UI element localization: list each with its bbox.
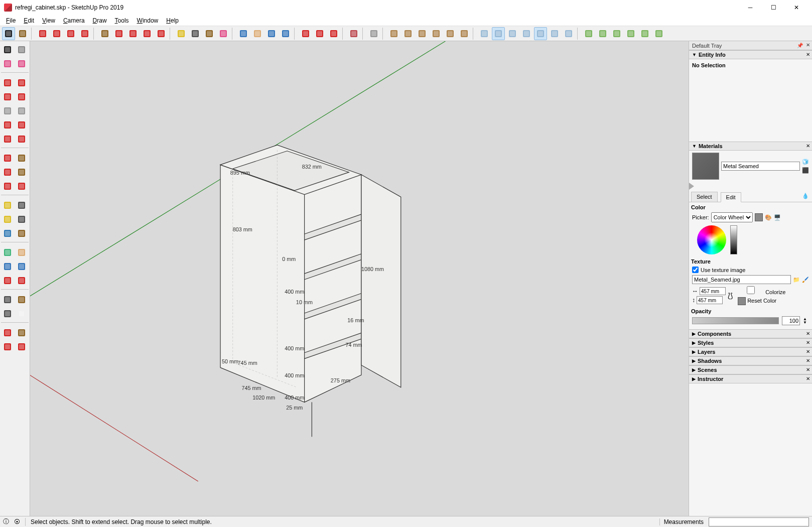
opacity-input[interactable] bbox=[782, 316, 800, 325]
top-button[interactable] bbox=[401, 27, 415, 40]
offset-button[interactable] bbox=[15, 180, 28, 193]
panel-scenes-header[interactable]: ▶Scenes✕ bbox=[689, 365, 812, 374]
use-texture-checkbox[interactable] bbox=[692, 267, 699, 273]
make-component-button[interactable] bbox=[16, 27, 29, 40]
texture-file-input[interactable] bbox=[692, 275, 791, 284]
pushpull-button[interactable] bbox=[15, 152, 28, 165]
paint-button[interactable] bbox=[203, 27, 216, 40]
panel-layers-header[interactable]: ▶Layers✕ bbox=[689, 347, 812, 356]
move-button[interactable] bbox=[1, 152, 14, 165]
reset-color-swatch[interactable] bbox=[738, 297, 746, 305]
iso-button[interactable] bbox=[387, 27, 400, 40]
protractor-button[interactable] bbox=[1, 213, 14, 226]
select-button[interactable] bbox=[1, 43, 14, 56]
menu-file[interactable]: File bbox=[2, 16, 20, 25]
picker-select[interactable]: Color Wheel bbox=[711, 212, 753, 222]
help-icon[interactable]: ⓘ bbox=[3, 517, 9, 526]
opacity-slider[interactable] bbox=[692, 317, 779, 324]
line-button[interactable] bbox=[36, 27, 49, 40]
section-fill-button[interactable] bbox=[624, 27, 637, 40]
share-button[interactable] bbox=[313, 27, 326, 40]
close-icon[interactable]: ✕ bbox=[806, 376, 810, 381]
polygon-button[interactable] bbox=[15, 104, 28, 117]
section-plane-button[interactable] bbox=[582, 27, 595, 40]
pie-button[interactable] bbox=[15, 133, 28, 146]
zoom-extents-button[interactable] bbox=[15, 274, 28, 287]
current-color-swatch[interactable] bbox=[755, 213, 763, 221]
section-button[interactable] bbox=[1, 246, 14, 259]
geo-icon[interactable]: ⦿ bbox=[14, 518, 20, 525]
panel-instructor-header[interactable]: ▶Instructor✕ bbox=[689, 374, 812, 383]
rotate-button[interactable] bbox=[1, 166, 14, 179]
eraser-button[interactable] bbox=[217, 27, 230, 40]
scale-button[interactable] bbox=[155, 27, 168, 40]
look-around-button[interactable] bbox=[15, 293, 28, 306]
zoom-button[interactable] bbox=[265, 27, 278, 40]
rectangle-button[interactable] bbox=[50, 27, 63, 40]
next-scene-button[interactable] bbox=[652, 27, 665, 40]
panel-entity-info-header[interactable]: ▼Entity Info ✕ bbox=[689, 50, 812, 59]
paint-button[interactable] bbox=[15, 57, 28, 70]
3dtext-button[interactable] bbox=[15, 227, 28, 240]
pan-button[interactable] bbox=[251, 27, 264, 40]
panel-styles-header[interactable]: ▶Styles✕ bbox=[689, 338, 812, 347]
freehand-button[interactable] bbox=[15, 76, 28, 89]
offset-button[interactable] bbox=[112, 27, 125, 40]
close-icon[interactable]: ✕ bbox=[806, 42, 810, 48]
front-button[interactable] bbox=[416, 27, 429, 40]
text-button[interactable] bbox=[189, 27, 202, 40]
sandbox2-button[interactable] bbox=[15, 326, 28, 339]
select-arrow-button[interactable] bbox=[2, 27, 15, 40]
edit-image-icon[interactable]: 🖌️ bbox=[802, 277, 809, 283]
sandbox3-button[interactable] bbox=[1, 340, 14, 353]
measurements-input[interactable] bbox=[709, 517, 809, 526]
line-button[interactable] bbox=[1, 76, 14, 89]
get-models-button[interactable] bbox=[299, 27, 312, 40]
shaded-button[interactable] bbox=[534, 27, 547, 40]
material-swatch[interactable] bbox=[692, 153, 719, 180]
material-name-input[interactable] bbox=[721, 162, 800, 171]
minimize-button[interactable]: ─ bbox=[739, 0, 762, 15]
zoom-extents-button[interactable] bbox=[279, 27, 292, 40]
section-cut-button[interactable] bbox=[610, 27, 623, 40]
close-icon[interactable]: ✕ bbox=[806, 358, 810, 363]
circle-button[interactable] bbox=[64, 27, 77, 40]
section-display-button[interactable] bbox=[596, 27, 609, 40]
maximize-button[interactable]: ☐ bbox=[762, 0, 785, 15]
close-icon[interactable]: ✕ bbox=[806, 331, 810, 336]
panel-shadows-header[interactable]: ▶Shadows✕ bbox=[689, 356, 812, 365]
texture-height-input[interactable] bbox=[697, 296, 723, 304]
extension-warehouse-button[interactable] bbox=[347, 27, 360, 40]
zoom-window-button[interactable] bbox=[1, 274, 14, 287]
tab-edit[interactable]: Edit bbox=[721, 192, 741, 202]
wireframe-button[interactable] bbox=[506, 27, 519, 40]
colorize-checkbox[interactable] bbox=[738, 286, 764, 294]
menu-draw[interactable]: Draw bbox=[89, 16, 111, 25]
arc-button[interactable] bbox=[1, 118, 14, 131]
move-button[interactable] bbox=[126, 27, 140, 40]
dropdown-arrow-icon[interactable] bbox=[689, 183, 694, 190]
close-icon[interactable]: ✕ bbox=[806, 52, 810, 57]
sandbox1-button[interactable] bbox=[1, 326, 14, 339]
opacity-spinner[interactable]: ▲▼ bbox=[803, 317, 809, 324]
chain-icon[interactable]: ⟅⟆ bbox=[728, 292, 733, 300]
close-icon[interactable]: ✕ bbox=[806, 367, 810, 372]
tape-button[interactable] bbox=[1, 199, 14, 212]
match-color-icon[interactable]: 🎨 bbox=[765, 214, 772, 221]
tab-select[interactable]: Select bbox=[691, 192, 718, 202]
create-material-icon[interactable]: 🧊 bbox=[802, 159, 809, 165]
hidden-line-button[interactable] bbox=[520, 27, 533, 40]
close-icon[interactable]: ✕ bbox=[806, 349, 810, 354]
pin-icon[interactable]: 📌 bbox=[797, 43, 803, 48]
sandbox4-button[interactable] bbox=[15, 340, 28, 353]
pan-button[interactable] bbox=[1, 260, 14, 273]
menu-tools[interactable]: Tools bbox=[111, 16, 133, 25]
axes-button[interactable] bbox=[1, 227, 14, 240]
panel-components-header[interactable]: ▶Components✕ bbox=[689, 329, 812, 338]
scale-button[interactable] bbox=[1, 180, 14, 193]
tape-button[interactable] bbox=[175, 27, 188, 40]
arc-button[interactable] bbox=[78, 27, 91, 40]
menu-window[interactable]: Window bbox=[133, 16, 163, 25]
rotated-rect-button[interactable] bbox=[15, 90, 28, 103]
dimension-button[interactable] bbox=[15, 199, 28, 212]
